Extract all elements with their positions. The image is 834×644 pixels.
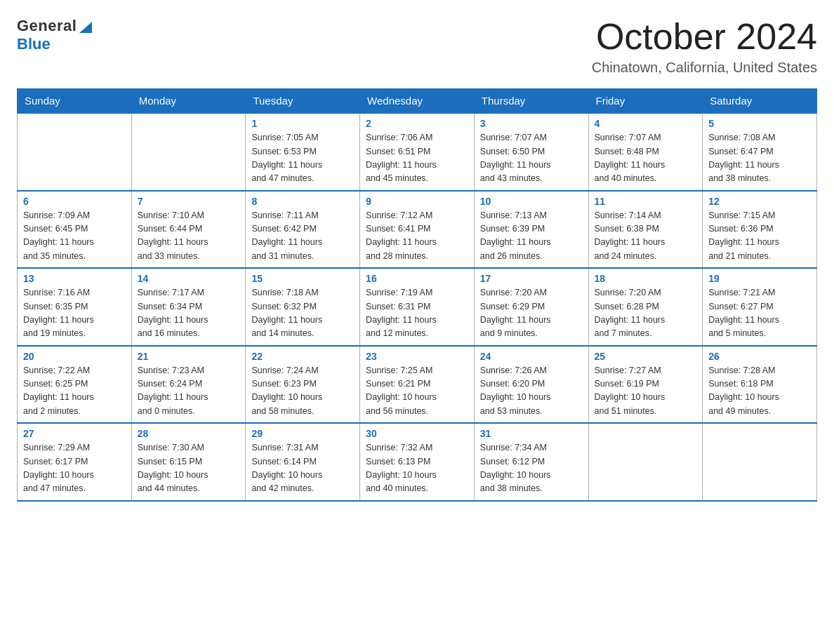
calendar-week-row: 6Sunrise: 7:09 AMSunset: 6:45 PMDaylight… xyxy=(18,191,817,269)
calendar-cell: 11Sunrise: 7:14 AMSunset: 6:38 PMDayligh… xyxy=(588,191,703,269)
day-info: Sunrise: 7:20 AMSunset: 6:28 PMDaylight:… xyxy=(595,286,697,341)
calendar-cell: 17Sunrise: 7:20 AMSunset: 6:29 PMDayligh… xyxy=(474,268,588,346)
calendar-cell: 19Sunrise: 7:21 AMSunset: 6:27 PMDayligh… xyxy=(703,268,817,346)
calendar-cell: 2Sunrise: 7:06 AMSunset: 6:51 PMDaylight… xyxy=(360,113,475,191)
day-info: Sunrise: 7:17 AMSunset: 6:34 PMDaylight:… xyxy=(138,286,240,341)
day-number: 29 xyxy=(251,428,354,439)
day-info: Sunrise: 7:05 AMSunset: 6:53 PMDaylight:… xyxy=(251,131,354,186)
calendar-cell: 7Sunrise: 7:10 AMSunset: 6:44 PMDaylight… xyxy=(131,191,246,269)
calendar-cell: 4Sunrise: 7:07 AMSunset: 6:48 PMDaylight… xyxy=(588,113,703,191)
day-number: 22 xyxy=(251,351,354,362)
calendar-cell: 24Sunrise: 7:26 AMSunset: 6:20 PMDayligh… xyxy=(474,346,588,424)
day-info: Sunrise: 7:26 AMSunset: 6:20 PMDaylight:… xyxy=(480,364,583,419)
day-number: 8 xyxy=(251,196,354,207)
calendar-cell: 31Sunrise: 7:34 AMSunset: 6:12 PMDayligh… xyxy=(474,423,588,501)
day-info: Sunrise: 7:23 AMSunset: 6:24 PMDaylight:… xyxy=(138,364,240,419)
calendar-cell: 26Sunrise: 7:28 AMSunset: 6:18 PMDayligh… xyxy=(703,346,817,424)
day-number: 3 xyxy=(480,118,583,129)
day-info: Sunrise: 7:19 AMSunset: 6:31 PMDaylight:… xyxy=(366,286,468,341)
day-number: 1 xyxy=(251,118,354,129)
day-info: Sunrise: 7:20 AMSunset: 6:29 PMDaylight:… xyxy=(480,286,583,341)
svg-marker-0 xyxy=(79,22,92,33)
calendar-cell xyxy=(18,113,132,191)
logo-general-text: General xyxy=(17,17,77,35)
day-info: Sunrise: 7:22 AMSunset: 6:25 PMDaylight:… xyxy=(23,364,126,419)
calendar-cell: 16Sunrise: 7:19 AMSunset: 6:31 PMDayligh… xyxy=(360,268,475,346)
day-info: Sunrise: 7:16 AMSunset: 6:35 PMDaylight:… xyxy=(23,286,126,341)
calendar-cell: 1Sunrise: 7:05 AMSunset: 6:53 PMDaylight… xyxy=(246,113,360,191)
day-info: Sunrise: 7:24 AMSunset: 6:23 PMDaylight:… xyxy=(251,364,354,419)
day-number: 18 xyxy=(595,273,697,284)
day-info: Sunrise: 7:13 AMSunset: 6:39 PMDaylight:… xyxy=(480,209,583,264)
calendar-cell: 29Sunrise: 7:31 AMSunset: 6:14 PMDayligh… xyxy=(246,423,360,501)
day-number: 25 xyxy=(595,351,697,362)
day-number: 12 xyxy=(708,196,811,207)
calendar-cell: 3Sunrise: 7:07 AMSunset: 6:50 PMDaylight… xyxy=(474,113,588,191)
calendar-cell: 9Sunrise: 7:12 AMSunset: 6:41 PMDaylight… xyxy=(360,191,475,269)
day-info: Sunrise: 7:08 AMSunset: 6:47 PMDaylight:… xyxy=(708,131,811,186)
day-number: 13 xyxy=(23,273,126,284)
weekday-header-wednesday: Wednesday xyxy=(360,89,475,114)
month-title: October 2024 xyxy=(592,17,817,57)
weekday-header-saturday: Saturday xyxy=(703,89,817,114)
calendar-cell: 5Sunrise: 7:08 AMSunset: 6:47 PMDaylight… xyxy=(703,113,817,191)
logo-triangle-icon xyxy=(78,19,93,34)
calendar-cell: 20Sunrise: 7:22 AMSunset: 6:25 PMDayligh… xyxy=(18,346,132,424)
day-info: Sunrise: 7:29 AMSunset: 6:17 PMDaylight:… xyxy=(23,441,126,496)
day-number: 28 xyxy=(138,428,240,439)
calendar-cell xyxy=(131,113,246,191)
weekday-header-sunday: Sunday xyxy=(18,89,132,114)
day-info: Sunrise: 7:32 AMSunset: 6:13 PMDaylight:… xyxy=(366,441,468,496)
day-info: Sunrise: 7:30 AMSunset: 6:15 PMDaylight:… xyxy=(138,441,240,496)
day-number: 7 xyxy=(138,196,240,207)
day-info: Sunrise: 7:06 AMSunset: 6:51 PMDaylight:… xyxy=(366,131,468,186)
day-info: Sunrise: 7:15 AMSunset: 6:36 PMDaylight:… xyxy=(708,209,811,264)
day-number: 16 xyxy=(366,273,468,284)
day-info: Sunrise: 7:28 AMSunset: 6:18 PMDaylight:… xyxy=(708,364,811,419)
calendar-week-row: 27Sunrise: 7:29 AMSunset: 6:17 PMDayligh… xyxy=(18,423,817,501)
day-info: Sunrise: 7:31 AMSunset: 6:14 PMDaylight:… xyxy=(251,441,354,496)
title-block: October 2024 Chinatown, California, Unit… xyxy=(592,17,817,76)
calendar-cell: 28Sunrise: 7:30 AMSunset: 6:15 PMDayligh… xyxy=(131,423,246,501)
day-number: 14 xyxy=(138,273,240,284)
day-info: Sunrise: 7:09 AMSunset: 6:45 PMDaylight:… xyxy=(23,209,126,264)
day-number: 17 xyxy=(480,273,583,284)
calendar-cell: 8Sunrise: 7:11 AMSunset: 6:42 PMDaylight… xyxy=(246,191,360,269)
calendar-cell xyxy=(703,423,817,501)
calendar-week-row: 20Sunrise: 7:22 AMSunset: 6:25 PMDayligh… xyxy=(18,346,817,424)
location-title: Chinatown, California, United States xyxy=(592,60,817,76)
day-number: 19 xyxy=(708,273,811,284)
day-number: 6 xyxy=(23,196,126,207)
calendar-cell xyxy=(588,423,703,501)
day-info: Sunrise: 7:25 AMSunset: 6:21 PMDaylight:… xyxy=(366,364,468,419)
calendar-cell: 18Sunrise: 7:20 AMSunset: 6:28 PMDayligh… xyxy=(588,268,703,346)
calendar-cell: 30Sunrise: 7:32 AMSunset: 6:13 PMDayligh… xyxy=(360,423,475,501)
day-number: 24 xyxy=(480,351,583,362)
logo: General Blue xyxy=(17,17,93,53)
calendar-table: SundayMondayTuesdayWednesdayThursdayFrid… xyxy=(17,88,817,502)
day-number: 26 xyxy=(708,351,811,362)
calendar-cell: 22Sunrise: 7:24 AMSunset: 6:23 PMDayligh… xyxy=(246,346,360,424)
calendar-cell: 21Sunrise: 7:23 AMSunset: 6:24 PMDayligh… xyxy=(131,346,246,424)
day-number: 2 xyxy=(366,118,468,129)
day-number: 31 xyxy=(480,428,583,439)
day-info: Sunrise: 7:14 AMSunset: 6:38 PMDaylight:… xyxy=(595,209,697,264)
day-number: 20 xyxy=(23,351,126,362)
day-info: Sunrise: 7:21 AMSunset: 6:27 PMDaylight:… xyxy=(708,286,811,341)
day-number: 5 xyxy=(708,118,811,129)
weekday-header-thursday: Thursday xyxy=(474,89,588,114)
day-info: Sunrise: 7:12 AMSunset: 6:41 PMDaylight:… xyxy=(366,209,468,264)
day-number: 10 xyxy=(480,196,583,207)
day-number: 30 xyxy=(366,428,468,439)
weekday-header-friday: Friday xyxy=(588,89,703,114)
weekday-header-tuesday: Tuesday xyxy=(246,89,360,114)
calendar-cell: 15Sunrise: 7:18 AMSunset: 6:32 PMDayligh… xyxy=(246,268,360,346)
day-number: 9 xyxy=(366,196,468,207)
day-number: 11 xyxy=(595,196,697,207)
day-info: Sunrise: 7:18 AMSunset: 6:32 PMDaylight:… xyxy=(251,286,354,341)
calendar-cell: 12Sunrise: 7:15 AMSunset: 6:36 PMDayligh… xyxy=(703,191,817,269)
weekday-header-monday: Monday xyxy=(131,89,246,114)
calendar-cell: 23Sunrise: 7:25 AMSunset: 6:21 PMDayligh… xyxy=(360,346,475,424)
day-info: Sunrise: 7:07 AMSunset: 6:50 PMDaylight:… xyxy=(480,131,583,186)
day-info: Sunrise: 7:34 AMSunset: 6:12 PMDaylight:… xyxy=(480,441,583,496)
